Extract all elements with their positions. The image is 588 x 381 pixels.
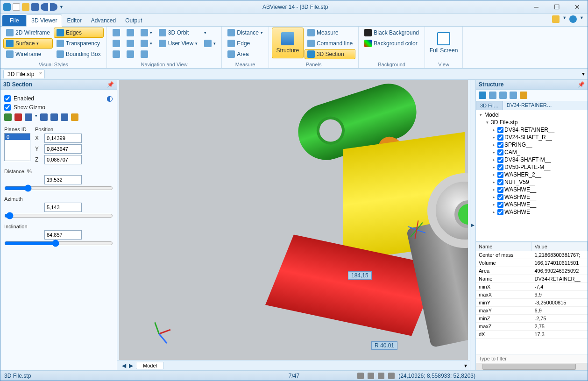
- nav-btn-4[interactable]: [124, 28, 137, 38]
- tree-node[interactable]: ▸ CAM_: [476, 148, 588, 156]
- remove-plane-icon[interactable]: [14, 113, 22, 121]
- bbox-button[interactable]: Bounding Box: [54, 49, 104, 59]
- tree-node[interactable]: Model: [484, 112, 500, 118]
- nav-btn-3[interactable]: [110, 49, 123, 59]
- planes-list[interactable]: 0: [4, 133, 30, 161]
- tool-icon[interactable]: [61, 113, 68, 121]
- properties-body[interactable]: Center of mass1,21868300381767;Volume166…: [476, 251, 588, 354]
- tree-node[interactable]: ▸ WASHWE__: [476, 201, 588, 208]
- wire2d-button[interactable]: 2D Wireframe: [3, 28, 53, 38]
- tree-node[interactable]: ▸ WASHER_2__: [476, 171, 588, 178]
- orbit-button[interactable]: 3D Orbit: [156, 28, 200, 38]
- options-dropdown-icon[interactable]: ▼: [562, 15, 567, 23]
- tool-icon[interactable]: [489, 92, 496, 99]
- nav-dd-1[interactable]: ▾: [201, 28, 219, 38]
- property-row[interactable]: minY-3,250000815: [476, 299, 588, 307]
- tabs-dropdown-icon[interactable]: ▾: [582, 71, 585, 77]
- property-row[interactable]: minX-7,4: [476, 283, 588, 291]
- slice-icon[interactable]: ◐: [106, 94, 113, 103]
- wireframe-button[interactable]: Wireframe: [3, 49, 53, 59]
- filter-input[interactable]: [476, 354, 588, 363]
- options-icon[interactable]: [552, 15, 560, 23]
- structure-panel-button[interactable]: Structure: [272, 28, 304, 58]
- tab-output[interactable]: Output: [120, 15, 147, 26]
- zoom-button[interactable]: ▾: [138, 28, 155, 38]
- cube-button[interactable]: [138, 49, 155, 59]
- tree-node[interactable]: ▸ WASHWE__: [476, 208, 588, 216]
- bg-color-button[interactable]: Background color: [361, 38, 422, 49]
- close-tab-icon[interactable]: ✕: [39, 71, 43, 76]
- zoom-btn-2[interactable]: ▾: [138, 38, 155, 49]
- inclination-input[interactable]: [44, 230, 82, 240]
- tree-node[interactable]: ▸ DV34-SHAFT-M__: [476, 156, 588, 163]
- y-input[interactable]: [44, 144, 82, 154]
- inclination-slider[interactable]: [4, 240, 113, 247]
- property-row[interactable]: maxZ2,75: [476, 323, 588, 331]
- h-scrollbar[interactable]: [476, 363, 588, 370]
- file-menu[interactable]: File: [2, 15, 26, 26]
- transparency-button[interactable]: Transparency: [54, 38, 104, 49]
- collapse-right-icon[interactable]: ▶: [470, 80, 475, 370]
- nav-dd-2[interactable]: ▾: [201, 38, 219, 49]
- save-icon[interactable]: [31, 3, 39, 11]
- structure-tab[interactable]: 3D Fil…: [476, 101, 503, 110]
- tree-node[interactable]: ▸ WASHWE__: [476, 193, 588, 201]
- nav-btn-5[interactable]: [124, 38, 137, 49]
- minimize-button[interactable]: ─: [526, 1, 546, 13]
- x-input[interactable]: [44, 134, 82, 143]
- tree-node[interactable]: ▸ SPRING__: [476, 141, 588, 148]
- tool-icon[interactable]: [50, 113, 58, 121]
- property-row[interactable]: maxY6,9: [476, 307, 588, 315]
- open-icon[interactable]: [22, 3, 29, 11]
- help-icon[interactable]: [569, 15, 577, 23]
- property-row[interactable]: NameDV34-RETAINER__: [476, 275, 588, 283]
- fullscreen-button[interactable]: Full Screen: [428, 28, 460, 58]
- distance-slider[interactable]: [4, 184, 113, 192]
- status-icon[interactable]: [378, 373, 384, 379]
- tree-node[interactable]: ▸ DV24-SHAFT_R__: [476, 134, 588, 141]
- tab-prev-icon[interactable]: ◀: [122, 362, 126, 369]
- tool-dd-icon[interactable]: ▾: [35, 113, 37, 121]
- tree-node[interactable]: ▸ DV50-PLATE-M__: [476, 163, 588, 171]
- status-icon[interactable]: [388, 373, 395, 379]
- tool-icon[interactable]: [479, 92, 486, 99]
- tree-node[interactable]: ▸ NUT_V59__: [476, 178, 588, 186]
- tab-advanced[interactable]: Advanced: [86, 15, 120, 26]
- tree-node[interactable]: ▸ WASHWE__: [476, 186, 588, 193]
- tab-3d-viewer[interactable]: 3D Viewer: [26, 14, 62, 27]
- tree-node[interactable]: ▸ DV34-RETAINER__: [476, 126, 588, 134]
- tab-next-icon[interactable]: ▶: [129, 362, 133, 369]
- azimuth-slider[interactable]: [4, 212, 113, 219]
- pin-icon[interactable]: 📌: [107, 81, 114, 88]
- distance-button[interactable]: Distance▾: [225, 28, 266, 38]
- status-icon[interactable]: [368, 373, 374, 379]
- measure-panel-button[interactable]: Measure: [305, 28, 355, 38]
- help-dropdown-icon[interactable]: ▼: [580, 15, 584, 23]
- tool-icon[interactable]: [520, 92, 527, 99]
- tool-icon[interactable]: [25, 113, 32, 121]
- tool-icon[interactable]: [510, 92, 517, 99]
- nav-btn-2[interactable]: [110, 38, 123, 49]
- tool-icon[interactable]: [71, 113, 78, 121]
- property-row[interactable]: dX17,3: [476, 331, 588, 339]
- document-tab[interactable]: 3D File.stp ✕: [3, 70, 45, 78]
- model-tab[interactable]: Model: [136, 362, 164, 369]
- pin-icon[interactable]: 📌: [578, 81, 585, 88]
- status-icon[interactable]: [357, 373, 364, 379]
- qat-dropdown-icon[interactable]: ▼: [59, 5, 64, 9]
- azimuth-input[interactable]: [44, 203, 82, 212]
- gizmo-checkbox[interactable]: Show Gizmo: [4, 104, 113, 111]
- userview-button[interactable]: User View▾: [156, 38, 200, 49]
- property-row[interactable]: Area496,990246925092: [476, 267, 588, 275]
- property-row[interactable]: minZ-2,75: [476, 315, 588, 323]
- enabled-checkbox[interactable]: Enabled ◐: [4, 94, 113, 103]
- undo-icon[interactable]: [41, 3, 48, 11]
- tree-node[interactable]: 3D File.stp: [491, 119, 517, 126]
- property-row[interactable]: Volume166,174010611501: [476, 259, 588, 267]
- add-plane-icon[interactable]: [4, 113, 12, 121]
- close-button[interactable]: ✕: [567, 1, 588, 13]
- cmd-panel-button[interactable]: Command line: [305, 38, 355, 49]
- structure-tab[interactable]: DV34-RETAINER…: [503, 101, 556, 110]
- area-button[interactable]: Area: [225, 49, 266, 59]
- property-row[interactable]: maxX9,9: [476, 291, 588, 299]
